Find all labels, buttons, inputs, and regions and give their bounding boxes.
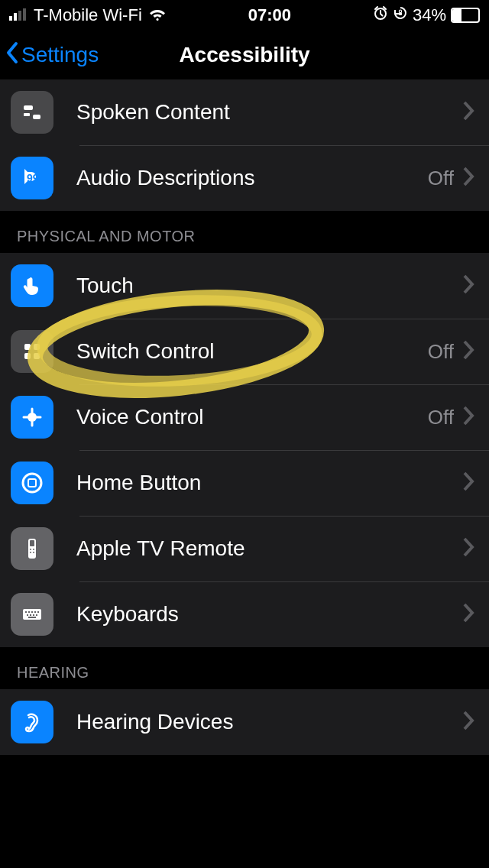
svg-rect-26 xyxy=(31,611,33,613)
group-motor: Touch Switch Control Off Voice Control O… xyxy=(0,253,489,647)
touch-icon xyxy=(11,264,53,307)
row-hearing-devices[interactable]: Hearing Devices xyxy=(0,689,489,755)
svg-rect-8 xyxy=(33,115,40,119)
svg-rect-6 xyxy=(24,105,33,110)
status-bar: T-Mobile Wi-Fi 07:00 34% xyxy=(0,0,489,31)
back-button[interactable]: Settings xyxy=(0,41,99,70)
chevron-right-icon xyxy=(461,405,475,429)
row-label: Hearing Devices xyxy=(76,710,461,734)
svg-point-14 xyxy=(28,413,37,422)
chevron-right-icon xyxy=(461,166,475,190)
row-label: Audio Descriptions xyxy=(76,166,428,190)
svg-point-19 xyxy=(30,549,31,550)
signal-icon xyxy=(9,5,28,25)
row-value: Off xyxy=(428,340,454,364)
orientation-lock-icon xyxy=(393,5,408,25)
battery-icon xyxy=(451,8,480,23)
group-top: Spoken Content 99 Audio Descriptions Off xyxy=(0,79,489,211)
svg-rect-28 xyxy=(37,611,39,613)
row-label: Keyboards xyxy=(76,602,461,627)
battery-pct: 34% xyxy=(413,5,446,25)
group-header-hearing: HEARING xyxy=(0,647,489,689)
nav-bar: Settings Accessibility xyxy=(0,31,489,79)
chevron-right-icon xyxy=(461,100,475,125)
chevron-right-icon xyxy=(461,536,475,561)
switch-control-icon xyxy=(11,330,53,373)
row-audio-descriptions[interactable]: 99 Audio Descriptions Off xyxy=(0,145,489,211)
chevron-right-icon xyxy=(461,710,475,734)
row-label: Switch Control xyxy=(76,339,428,364)
row-switch-control[interactable]: Switch Control Off xyxy=(0,319,489,384)
hearing-devices-icon xyxy=(11,701,53,743)
svg-point-15 xyxy=(23,474,41,492)
row-label: Spoken Content xyxy=(76,100,461,125)
svg-rect-29 xyxy=(27,614,28,616)
row-touch[interactable]: Touch xyxy=(0,253,489,319)
svg-rect-31 xyxy=(33,614,34,616)
apple-tv-remote-icon xyxy=(11,527,53,570)
row-voice-control[interactable]: Voice Control Off xyxy=(0,384,489,450)
group-hearing: Hearing Devices xyxy=(0,689,489,755)
spoken-content-icon xyxy=(11,91,53,134)
row-apple-tv-remote[interactable]: Apple TV Remote xyxy=(0,516,489,581)
group-header-motor: PHYSICAL AND MOTOR xyxy=(0,211,489,253)
chevron-right-icon xyxy=(461,339,475,364)
svg-rect-25 xyxy=(28,611,30,613)
svg-rect-11 xyxy=(34,344,40,350)
svg-rect-27 xyxy=(34,611,36,613)
keyboards-icon xyxy=(11,593,53,636)
svg-rect-18 xyxy=(30,540,34,546)
svg-rect-0 xyxy=(9,16,12,21)
wifi-icon xyxy=(148,5,167,25)
row-value: Off xyxy=(428,406,454,429)
voice-control-icon xyxy=(11,396,53,439)
chevron-right-icon xyxy=(461,471,475,495)
svg-rect-5 xyxy=(399,12,402,15)
svg-rect-10 xyxy=(24,344,31,350)
svg-text:99: 99 xyxy=(27,172,39,184)
chevron-left-icon xyxy=(5,41,20,70)
carrier-label: T-Mobile Wi-Fi xyxy=(34,5,142,25)
chevron-right-icon xyxy=(461,602,475,627)
svg-rect-16 xyxy=(28,479,36,487)
row-spoken-content[interactable]: Spoken Content xyxy=(0,79,489,145)
audio-descriptions-icon: 99 xyxy=(11,157,53,199)
svg-rect-33 xyxy=(28,617,36,618)
svg-rect-2 xyxy=(18,11,21,21)
svg-rect-7 xyxy=(24,113,30,116)
svg-rect-3 xyxy=(23,8,26,21)
row-value: Off xyxy=(428,167,454,190)
svg-rect-13 xyxy=(34,353,40,359)
svg-rect-30 xyxy=(30,614,31,616)
svg-point-20 xyxy=(33,549,34,550)
row-keyboards[interactable]: Keyboards xyxy=(0,581,489,647)
home-button-icon xyxy=(11,462,53,504)
row-home-button[interactable]: Home Button xyxy=(0,450,489,516)
svg-rect-12 xyxy=(24,353,31,359)
svg-rect-1 xyxy=(14,13,17,21)
svg-point-21 xyxy=(30,552,31,553)
back-label: Settings xyxy=(21,43,99,67)
clock: 07:00 xyxy=(248,5,291,25)
row-label: Apple TV Remote xyxy=(76,536,461,561)
row-label: Voice Control xyxy=(76,405,428,429)
svg-rect-32 xyxy=(36,614,37,616)
chevron-right-icon xyxy=(461,274,475,298)
alarm-icon xyxy=(373,5,388,25)
row-label: Home Button xyxy=(76,471,461,495)
svg-point-22 xyxy=(33,552,34,553)
row-label: Touch xyxy=(76,274,461,298)
svg-rect-24 xyxy=(25,611,27,613)
